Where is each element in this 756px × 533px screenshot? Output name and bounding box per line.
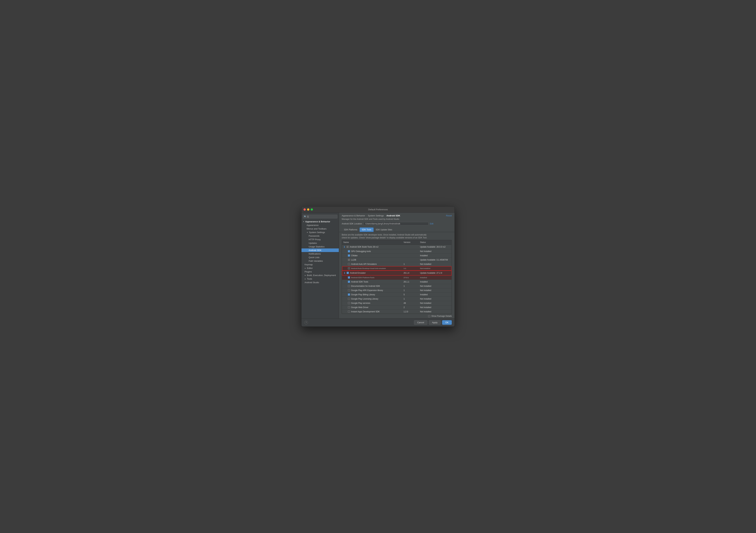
row-status: Not installed [418,288,451,292]
sidebar-item-tools[interactable]: ► Tools [302,277,339,280]
expand-icon: ▼ [307,231,308,233]
checkbox[interactable]: ✓ [348,254,350,256]
sidebar-item-updates[interactable]: Updates [302,241,339,245]
maximize-button[interactable] [311,208,313,211]
sidebar-search-box[interactable]: 🔍 [303,215,338,219]
checkbox[interactable]: ✓ [348,293,350,296]
table-row: Google Play Licensing Library 1 Not inst… [342,297,451,301]
sidebar-item-android-sdk[interactable]: Android SDK [302,249,339,252]
sidebar-item-menus-toolbars[interactable]: Menus and Toolbars [302,227,339,230]
breadcrumb-bar: Appearance & Behavior › System Settings … [339,213,454,218]
sidebar-item-label: Tools [307,278,312,280]
checkbox[interactable]: ✓ [348,280,350,283]
tab-sdk-platforms[interactable]: SDK Platforms [342,227,360,232]
sidebar-item-system-settings[interactable]: ▼ System Settings [302,230,339,234]
checkbox[interactable]: ✓ [348,250,350,253]
row-version: 49 [402,301,418,305]
checkbox[interactable]: ✓ [347,272,349,274]
checkbox[interactable] [348,289,350,291]
row-status: Update Available: 28.0.0 rc2 [418,245,451,249]
sidebar-item-label: Appearance & Behavior [305,220,330,223]
checkbox[interactable] [348,298,350,300]
checkbox[interactable]: − [346,246,349,248]
sidebar-item-quick-lists[interactable]: Quick Lists [302,255,339,259]
breadcrumb-arrow1: › [366,215,367,217]
row-version: 27.0.1 [402,275,418,280]
table-row: ✓ CMake Installed [342,253,451,258]
tab-sdk-tools[interactable]: SDK Tools [360,227,374,232]
download-icon: ⬇ [343,272,346,274]
row-version [402,245,418,249]
checkbox[interactable] [348,306,350,308]
breadcrumb-part3: Android SDK [387,214,400,217]
sdk-table-wrapper[interactable]: Name Version Status ⬇ − A [342,240,452,314]
apply-button[interactable]: Apply [429,320,441,325]
expand-icon: ▼ [303,221,305,223]
sidebar-item-label: System Settings [309,231,325,234]
sidebar-item-editor[interactable]: ► Editor [302,266,339,270]
sdk-location-row: Android SDK Location: Edit [339,221,454,227]
sdk-location-field[interactable] [364,222,428,226]
row-status: Not installed [418,309,451,314]
sidebar-item-path-variables[interactable]: Path Variables [302,259,339,263]
row-version [402,258,418,262]
row-status: Not installed [418,266,451,271]
row-name: Android Emulator [350,272,366,274]
checkbox[interactable] [348,310,350,313]
tab-sdk-update-sites[interactable]: SDK Update Sites [374,227,394,232]
sidebar-item-keymap[interactable]: Keymap [302,263,339,266]
sidebar-item-label: Build, Execution, Deployment [307,274,336,277]
row-name: Google Play services [351,302,370,304]
minimize-button[interactable] [307,208,309,211]
row-name: Android Auto API Simulators [351,263,377,265]
close-button[interactable] [304,208,306,211]
show-pkg-checkbox[interactable] [428,315,430,317]
row-name-cell: ✓ Android SDK Platform-Tools [342,275,402,280]
row-version: 1 [402,288,418,292]
checkbox[interactable]: ✓ [348,277,350,279]
checkbox[interactable] [348,267,350,269]
row-version: 1 [402,297,418,301]
row-name: Android Auto Desktop Head Unit emulator [351,267,386,269]
row-status: Update Available: 3.1.4508709 [418,258,451,262]
cancel-button[interactable]: Cancel [414,320,427,325]
table-row: Android Auto Desktop Head Unit emulator … [342,266,451,271]
breadcrumb-arrow2: › [385,215,386,217]
row-name: LLDB [351,259,356,261]
sidebar-item-android-studio[interactable]: Android Studio [302,280,339,284]
edit-link[interactable]: Edit [430,223,433,225]
checkbox[interactable]: − [348,259,350,261]
checkbox[interactable] [348,285,350,287]
row-name-cell: Google Play APK Expansion library [342,288,402,292]
sidebar-item-http-proxy[interactable]: HTTP Proxy [302,238,339,241]
row-status: Not installed [418,301,451,305]
sidebar-item-label: Editor [307,267,313,269]
reset-link[interactable]: Reset [446,214,452,217]
table-row: ✓ Google Play Billing Library 5 Installe… [342,292,451,297]
row-name: Android SDK Build-Tools 28-rc2 [350,246,379,248]
sidebar-item-label: Keymap [305,263,313,266]
table-row: Instant Apps Development SDK 1.2.0 Not i… [342,309,451,314]
checkbox[interactable] [348,302,350,304]
row-name-cell: Google Play Licensing Library [342,297,402,301]
sidebar-item-plugins[interactable]: Plugins [302,270,339,274]
sidebar-item-appearance-behavior[interactable]: ▼ Appearance & Behavior [302,220,339,224]
footer: ? Cancel Apply OK [302,318,454,327]
help-button[interactable]: ? [304,321,308,324]
row-name-cell: Documentation for Android SDK [342,284,402,288]
sidebar-item-passwords[interactable]: Passwords [302,234,339,238]
search-input[interactable] [307,215,336,218]
checkbox[interactable] [348,263,350,265]
ok-button[interactable]: OK [442,320,452,325]
sidebar-item-notifications[interactable]: Notifications [302,252,339,255]
sidebar-item-build-execution[interactable]: ► Build, Execution, Deployment [302,274,339,277]
sidebar: 🔍 ▼ Appearance & Behavior Appearance Men… [302,213,339,318]
sidebar-item-label: Menus and Toolbars [307,227,327,230]
row-version: 1 [402,262,418,266]
expand-icon: ► [305,267,306,269]
sidebar-item-label: Passwords [309,235,319,237]
sidebar-item-appearance[interactable]: Appearance [302,224,339,227]
sidebar-item-usage-statistics[interactable]: Usage Statistics [302,245,339,249]
sidebar-item-label: HTTP Proxy [309,238,321,241]
row-name: Instant Apps Development SDK [351,310,380,313]
